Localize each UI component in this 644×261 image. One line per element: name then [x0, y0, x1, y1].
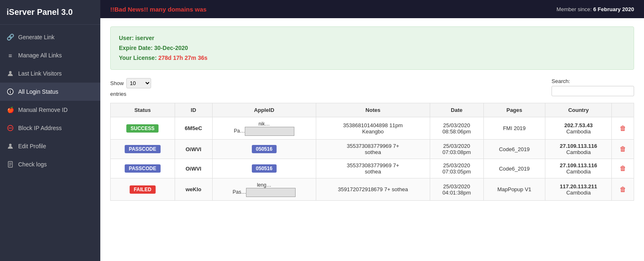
cell-country-3: 117.20.113.211Cambodia	[545, 178, 612, 201]
manual-remove-id-label: Manual Remove ID	[18, 107, 68, 113]
all-login-status-icon: i	[7, 88, 14, 95]
cell-pages-0: FMI 2019	[483, 117, 545, 140]
cell-id-1: OiWVI	[175, 140, 212, 159]
generate-link-icon: 🔗	[7, 33, 14, 41]
table-row: PASSCODEOiWVI050516355373083779969 7+sot…	[111, 140, 634, 159]
search-label: Search:	[552, 78, 570, 84]
svg-text:🍎: 🍎	[7, 107, 14, 113]
sidebar-item-all-login-status[interactable]: iAll Login Status	[0, 83, 100, 101]
edit-profile-icon	[7, 142, 14, 150]
col-date: Date	[430, 103, 483, 117]
topbar-member: Member since: 6 February 2020	[556, 6, 634, 12]
status-badge-2: PASSCODE	[125, 164, 160, 173]
table-header: StatusIDAppleIDNotesDatePagesCountry	[111, 103, 634, 117]
last-link-visitors-label: Last Link Visitors	[18, 70, 62, 77]
cell-delete-2: 🗑	[612, 159, 634, 178]
cell-notes-2: 355373083779969 7+sothea	[316, 159, 430, 178]
generate-link-label: Generate Link	[18, 34, 54, 40]
user-label: User: iserver	[119, 33, 625, 43]
sidebar-item-generate-link[interactable]: 🔗Generate Link	[0, 28, 100, 46]
member-since-label: Member since:	[556, 6, 592, 12]
cell-id-2: OiWVI	[175, 159, 212, 178]
show-entries-select[interactable]: 10 25 50	[126, 78, 151, 88]
cell-notes-0: 353868101404898 11pmKeangbo	[316, 117, 430, 140]
data-table: StatusIDAppleIDNotesDatePagesCountry SUC…	[110, 103, 634, 201]
table-row: FAILEDweKloleng…Pas…359172072918679 7+ s…	[111, 178, 634, 201]
cell-date-2: 25/03/202007:03:05pm	[430, 159, 483, 178]
content-area: User: iserver Expire Date: 30-Dec-2020 Y…	[100, 18, 644, 261]
sidebar-item-edit-profile[interactable]: Edit Profile	[0, 137, 100, 155]
status-badge-1: PASSCODE	[125, 145, 160, 153]
cell-delete-0: 🗑	[612, 117, 634, 140]
manual-remove-id-icon: 🍎	[7, 106, 14, 114]
block-ip-address-icon	[7, 124, 14, 132]
entries-label: entries	[110, 91, 151, 97]
license-label: Your License: 278d 17h 27m 36s	[119, 53, 625, 63]
col-appleid: AppleID	[212, 103, 316, 117]
delete-button-1[interactable]: 🗑	[620, 145, 626, 153]
table-body: SUCCESS6M5eCnik…Pa…353868101404898 11pmK…	[111, 117, 634, 201]
cell-status-2: PASSCODE	[111, 159, 175, 178]
sidebar-item-manage-all-links[interactable]: ≡Manage All Links	[0, 46, 100, 64]
svg-point-0	[9, 71, 12, 74]
show-entries-row: Show 10 25 50	[110, 78, 151, 88]
cell-status-0: SUCCESS	[111, 117, 175, 140]
edit-profile-label: Edit Profile	[18, 143, 46, 149]
cell-delete-3: 🗑	[612, 178, 634, 201]
check-logs-icon	[7, 161, 14, 168]
sidebar-item-manual-remove-id[interactable]: 🍎Manual Remove ID	[0, 101, 100, 119]
block-ip-address-label: Block IP Address	[18, 125, 62, 131]
delete-button-0[interactable]: 🗑	[620, 125, 626, 132]
sidebar-item-check-logs[interactable]: Check logs	[0, 155, 100, 173]
check-logs-label: Check logs	[18, 161, 47, 168]
cell-status-3: FAILED	[111, 178, 175, 201]
status-badge-3: FAILED	[130, 185, 156, 194]
passcode-badge-2: 050516	[252, 164, 277, 173]
search-box: Search:	[552, 78, 634, 96]
col-id: ID	[175, 103, 212, 117]
svg-point-6	[9, 144, 12, 146]
cell-pages-3: MapPopup V1	[483, 178, 545, 201]
col-pages: Pages	[483, 103, 545, 117]
cell-notes-1: 355373083779969 7+sothea	[316, 140, 430, 159]
cell-appleid-0: nik…Pa…	[212, 117, 316, 140]
col-status: Status	[111, 103, 175, 117]
expire-label: Expire Date: 30-Dec-2020	[119, 43, 625, 53]
cell-appleid-3: leng…Pas…	[212, 178, 316, 201]
member-since-date: 6 February 2020	[593, 6, 634, 12]
cell-country-0: 202.7.53.43Cambodia	[545, 117, 612, 140]
col-country: Country	[545, 103, 612, 117]
sidebar: iServer Panel 3.0 🔗Generate Link≡Manage …	[0, 0, 100, 261]
cell-id-3: weKlo	[175, 178, 212, 201]
last-link-visitors-icon	[7, 70, 14, 77]
cell-date-0: 25/03/202008:58:06pm	[430, 117, 483, 140]
cell-delete-1: 🗑	[612, 140, 634, 159]
table-row: PASSCODEOiWVI050516355373083779969 7+sot…	[111, 159, 634, 178]
cell-appleid-1: 050516	[212, 140, 316, 159]
col-delete	[612, 103, 634, 117]
sidebar-item-block-ip-address[interactable]: Block IP Address	[0, 119, 100, 137]
search-input[interactable]	[552, 86, 634, 96]
sidebar-item-last-link-visitors[interactable]: Last Link Visitors	[0, 64, 100, 83]
cell-date-3: 25/03/202004:01:38pm	[430, 178, 483, 201]
license-value: 278d 17h 27m 36s	[158, 55, 207, 61]
cell-notes-3: 359172072918679 7+ sothea	[316, 178, 430, 201]
table-row: SUCCESS6M5eCnik…Pa…353868101404898 11pmK…	[111, 117, 634, 140]
col-notes: Notes	[316, 103, 430, 117]
all-login-status-label: All Login Status	[18, 88, 58, 95]
delete-button-3[interactable]: 🗑	[620, 186, 626, 193]
passcode-badge-1: 050516	[252, 145, 277, 153]
delete-button-2[interactable]: 🗑	[620, 165, 626, 172]
cell-country-2: 27.109.113.116Cambodia	[545, 159, 612, 178]
cell-status-1: PASSCODE	[111, 140, 175, 159]
cell-date-1: 25/03/202007:03:08pm	[430, 140, 483, 159]
show-label: Show	[110, 80, 124, 86]
show-entries-group: Show 10 25 50 entries	[110, 78, 151, 97]
manage-all-links-icon: ≡	[7, 52, 14, 59]
cell-country-1: 27.109.113.116Cambodia	[545, 140, 612, 159]
manage-all-links-label: Manage All Links	[18, 52, 62, 59]
app-title: iServer Panel 3.0	[0, 0, 100, 25]
svg-text:i: i	[10, 90, 11, 94]
user-info-box: User: iserver Expire Date: 30-Dec-2020 Y…	[110, 26, 634, 70]
topbar-alert: !!Bad News!! many domains was	[110, 6, 206, 13]
